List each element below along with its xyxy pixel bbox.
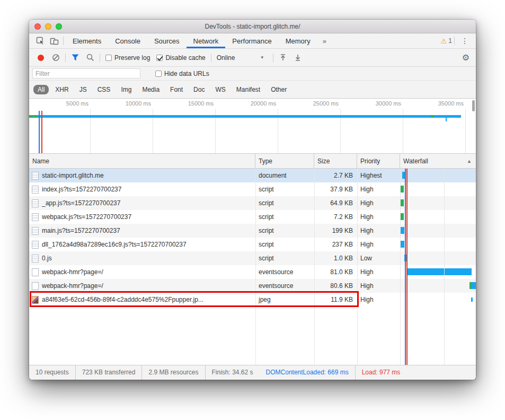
table-row[interactable]: 0.jsscript1.0 KBLow bbox=[29, 251, 476, 265]
preserve-log-checkbox[interactable] bbox=[105, 55, 112, 61]
table-row[interactable]: webpack-hmr?page=/eventsource81.0 KBHigh bbox=[29, 265, 476, 279]
record-button[interactable] bbox=[34, 51, 47, 64]
inspect-cursor-icon bbox=[36, 37, 45, 46]
throttling-dropdown[interactable]: Online ▼ bbox=[217, 54, 268, 62]
disable-cache-checkbox[interactable] bbox=[156, 55, 163, 61]
column-header-waterfall[interactable]: Waterfall ▲ bbox=[400, 154, 476, 168]
waterfall-cell bbox=[400, 265, 476, 279]
table-row[interactable]: static-import.glitch.medocument2.7 KBHig… bbox=[29, 169, 476, 182]
timeline-overview[interactable]: 5000 ms10000 ms15000 ms20000 ms25000 ms3… bbox=[29, 99, 476, 154]
request-name: index.js?ts=1572270700237 bbox=[42, 186, 121, 193]
type-filter-img[interactable]: Img bbox=[117, 85, 136, 94]
tab-elements[interactable]: Elements bbox=[66, 33, 108, 48]
status-bar: 10 requests723 KB transferred2.9 MB reso… bbox=[29, 365, 476, 380]
settings-gear-button[interactable]: ⚙ bbox=[462, 52, 472, 63]
filter-input[interactable] bbox=[32, 68, 140, 78]
clear-icon bbox=[52, 54, 60, 62]
type-filter-js[interactable]: JS bbox=[75, 85, 91, 94]
tab-sources[interactable]: Sources bbox=[147, 33, 187, 48]
inspect-element-button[interactable] bbox=[33, 33, 47, 48]
type-filter-media[interactable]: Media bbox=[138, 85, 164, 94]
type-filter-doc[interactable]: Doc bbox=[189, 85, 209, 94]
request-type-cell: script bbox=[255, 186, 314, 193]
waterfall-cell bbox=[400, 279, 476, 293]
load-stat: Load: 977 ms bbox=[356, 365, 407, 380]
waterfall-cell bbox=[400, 196, 476, 210]
column-header-type[interactable]: Type bbox=[255, 154, 314, 168]
tab-memory[interactable]: Memory bbox=[279, 33, 317, 48]
waterfall-cell bbox=[400, 210, 476, 224]
request-size-cell: 64.9 KB bbox=[314, 199, 357, 207]
request-size-cell: 7.2 KB bbox=[314, 213, 357, 221]
type-filter-xhr[interactable]: XHR bbox=[51, 85, 73, 94]
blank-file-icon bbox=[32, 282, 39, 290]
import-har-button[interactable] bbox=[277, 51, 289, 64]
document-file-icon bbox=[32, 241, 39, 249]
preserve-log-toggle[interactable]: Preserve log bbox=[105, 54, 150, 62]
overview-green-segment bbox=[29, 115, 33, 118]
waterfall-cell bbox=[400, 182, 476, 196]
titlebar[interactable]: DevTools - static-import.glitch.me/ bbox=[29, 20, 476, 33]
type-filter-font[interactable]: Font bbox=[166, 85, 187, 94]
filter-toggle-button[interactable] bbox=[69, 51, 82, 64]
hide-data-urls-toggle[interactable]: Hide data URLs bbox=[155, 70, 209, 77]
table-row[interactable]: index.js?ts=1572270700237script37.9 KBHi… bbox=[29, 182, 476, 196]
search-button[interactable] bbox=[84, 51, 96, 64]
load-marker-line bbox=[41, 111, 42, 153]
request-name: webpack-hmr?page=/ bbox=[42, 282, 103, 290]
table-row[interactable]: webpack-hmr?page=/eventsource80.6 KBHigh bbox=[29, 279, 476, 293]
clear-button[interactable] bbox=[49, 51, 62, 64]
type-filter-css[interactable]: CSS bbox=[93, 85, 115, 94]
type-filter-ws[interactable]: WS bbox=[211, 85, 229, 94]
timeline-tick-label: 5000 ms bbox=[66, 100, 88, 107]
column-header-name[interactable]: Name bbox=[29, 154, 255, 168]
table-row[interactable]: a84f63e5-62cd-456b-89f4-c2adddc4e575%2Fp… bbox=[29, 293, 476, 307]
customize-menu-button[interactable]: ⋮ bbox=[457, 37, 473, 45]
tab-network[interactable]: Network bbox=[187, 33, 226, 48]
type-filter-all[interactable]: All bbox=[33, 85, 49, 94]
request-type-cell: eventsource bbox=[255, 282, 314, 290]
timeline-tick-label: 20000 ms bbox=[251, 100, 276, 107]
table-row[interactable]: _app.js?ts=1572270700237script64.9 KBHig… bbox=[29, 196, 476, 210]
table-row[interactable]: main.js?ts=1572270700237script199 KBHigh bbox=[29, 224, 476, 238]
column-header-size[interactable]: Size bbox=[314, 154, 357, 168]
request-size-cell: 199 KB bbox=[314, 227, 357, 234]
table-row[interactable]: dll_1762a4d98a7289ec16c9.js?ts=157227070… bbox=[29, 238, 476, 251]
waterfall-bar bbox=[404, 255, 406, 261]
export-har-button[interactable] bbox=[291, 51, 304, 64]
request-name-cell: webpack-hmr?page=/ bbox=[29, 282, 255, 290]
tab-console[interactable]: Console bbox=[108, 33, 147, 48]
preserve-log-label: Preserve log bbox=[114, 54, 150, 62]
waterfall-cell bbox=[400, 293, 476, 307]
table-row[interactable]: webpack.js?ts=1572270700237script7.2 KBH… bbox=[29, 210, 476, 224]
type-filter-other[interactable]: Other bbox=[267, 85, 291, 94]
document-file-icon bbox=[32, 255, 39, 262]
tab-performance[interactable]: Performance bbox=[225, 33, 278, 48]
disable-cache-toggle[interactable]: Disable cache bbox=[156, 54, 205, 62]
waterfall-bar bbox=[401, 227, 404, 234]
timeline-tick-label: 25000 ms bbox=[313, 100, 339, 107]
chevron-down-icon: ▼ bbox=[260, 55, 268, 60]
toggle-device-toolbar-button[interactable] bbox=[47, 33, 61, 48]
divider bbox=[100, 54, 100, 62]
waterfall-bar bbox=[401, 213, 404, 220]
issues-warning-button[interactable]: ⚠ 1 bbox=[441, 37, 452, 45]
request-type-cell: script bbox=[255, 255, 314, 262]
overview-green-segment bbox=[431, 115, 433, 118]
page-background: DevTools - static-import.glitch.me/ bbox=[0, 0, 505, 420]
more-tabs-button[interactable]: » bbox=[317, 33, 332, 48]
image-file-icon bbox=[32, 296, 39, 304]
waterfall-cell bbox=[400, 224, 476, 238]
overview-activity-bar bbox=[29, 115, 461, 118]
overview-green-segment bbox=[34, 115, 37, 118]
tab-strip: ElementsConsoleSourcesNetworkPerformance… bbox=[66, 33, 317, 48]
hide-data-urls-checkbox[interactable] bbox=[155, 71, 162, 77]
chevron-double-icon: » bbox=[323, 37, 326, 45]
type-filter-manifest[interactable]: Manifest bbox=[232, 85, 264, 94]
column-header-priority[interactable]: Priority bbox=[357, 154, 400, 168]
resource-type-filters: AllXHRJSCSSImgMediaFontDocWSManifestOthe… bbox=[29, 81, 476, 99]
overview-scrollbar-thumb[interactable] bbox=[472, 100, 475, 111]
throttling-value: Online bbox=[217, 54, 235, 62]
waterfall-bar bbox=[471, 298, 473, 302]
document-file-icon bbox=[32, 172, 39, 180]
